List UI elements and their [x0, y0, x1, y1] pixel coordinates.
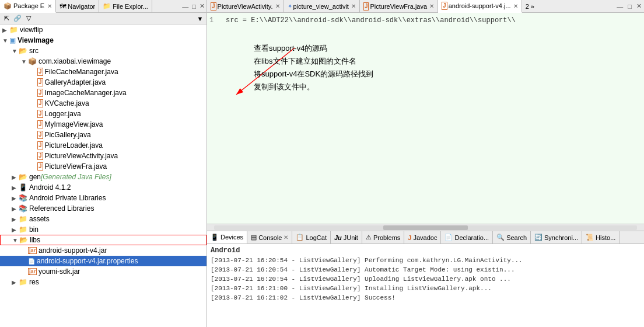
- list-item[interactable]: J PicGallery.java: [0, 130, 206, 140]
- libs-folder-item[interactable]: ▼ 📂 libs: [0, 235, 206, 245]
- view-menu-button[interactable]: ▽: [23, 14, 34, 23]
- java-file-icon: J: [211, 2, 216, 11]
- tab-package-explorer-label: Package E: [13, 2, 44, 9]
- tab-history[interactable]: 📜 Histo...: [582, 231, 620, 243]
- tab-devices[interactable]: 📱 Devices: [207, 231, 247, 244]
- list-item[interactable]: J MyImageView.java: [0, 119, 206, 130]
- list-item[interactable]: J PictureLoader.java: [0, 140, 206, 151]
- logcat-icon: 📋: [296, 234, 304, 241]
- editor-minimize-button[interactable]: —: [614, 0, 625, 12]
- tree-item-label: android-support-v4.jar.properties: [37, 257, 138, 265]
- tree-item-label: res: [29, 278, 39, 286]
- tab-search[interactable]: 🔍 Search: [493, 231, 531, 243]
- close-icon[interactable]: ✕: [513, 3, 518, 9]
- tab-overflow-label: 2 »: [526, 3, 534, 10]
- java-icon: J: [37, 89, 43, 97]
- editor-close-button[interactable]: ✕: [634, 0, 644, 12]
- annotation-line4: 复制到该文件中。: [254, 81, 373, 93]
- tab-history-label: Histo...: [596, 234, 615, 241]
- tab-navigator[interactable]: 🗺 Navigator: [56, 0, 99, 12]
- tab-synchronize[interactable]: 🔄 Synchroni...: [531, 231, 582, 243]
- bottom-tab-bar: 📱 Devices ▤ Console ✕ 📋 LogCat: [207, 231, 644, 244]
- tree-item-label: PictureViewActivity.java: [45, 152, 118, 160]
- list-item[interactable]: J PictureViewFra.java: [0, 161, 206, 172]
- tab-javadoc[interactable]: J Javadoc: [404, 231, 441, 243]
- tree-item-label: viewflip: [20, 26, 43, 34]
- list-item[interactable]: J ImageCacheManager.java: [0, 88, 206, 98]
- close-icon[interactable]: ✕: [284, 234, 288, 241]
- annotation-line1: 查看support-v4的源码: [254, 42, 373, 55]
- tab-logcat[interactable]: 📋 LogCat: [292, 231, 330, 243]
- tab-console-label: Console: [258, 234, 282, 241]
- list-item[interactable]: ▶ 📚 Android Private Libraries: [0, 193, 206, 203]
- editor-maximize-button[interactable]: □: [625, 0, 634, 12]
- log-line: [2013-07-21 16:21:00 - ListViewGallery] …: [211, 284, 640, 293]
- list-item[interactable]: ▼ 📂 src: [0, 46, 206, 56]
- java-file-icon: J: [442, 2, 447, 10]
- assets-icon: 📁: [19, 215, 27, 223]
- bin-icon: 📁: [19, 225, 27, 234]
- list-item[interactable]: jar android-support-v4.jar: [0, 245, 206, 256]
- list-item[interactable]: J FileCacheManager.java: [0, 67, 206, 77]
- expand-icon: ▼: [12, 48, 19, 54]
- java-file-icon: J: [363, 2, 369, 11]
- tab-declaration[interactable]: 📄 Declaratio...: [441, 231, 493, 243]
- collapse-all-button[interactable]: ⇱: [1, 14, 12, 23]
- tab-overflow[interactable]: 2 »: [522, 0, 538, 12]
- list-item[interactable]: ▶ 📱 Android 4.1.2: [0, 182, 206, 193]
- list-item[interactable]: ▼ ▣ ViewImage: [0, 35, 206, 46]
- tab-android-support-v4[interactable]: J android-support-v4.j... ✕: [438, 0, 522, 13]
- log-line: [2013-07-21 16:21:02 - ListViewGallery] …: [211, 293, 640, 302]
- list-item[interactable]: ▶ 📁 assets: [0, 214, 206, 224]
- close-icon[interactable]: ✕: [429, 3, 434, 9]
- list-item[interactable]: J Logger.java: [0, 109, 206, 119]
- package-explorer-icon: 📦: [4, 2, 12, 10]
- tab-junit[interactable]: Ju JUnit: [331, 231, 362, 243]
- close-icon[interactable]: ✕: [351, 3, 356, 9]
- list-item[interactable]: J PictureViewActivity.java: [0, 151, 206, 161]
- java-icon: J: [37, 162, 43, 171]
- tab-navigator-label: Navigator: [68, 3, 95, 10]
- tree-item-label: bin: [29, 225, 38, 234]
- tree-container: ▶ 📁 viewflip ▼ ▣ ViewImage ▼ 📂 src: [0, 25, 206, 327]
- list-item[interactable]: ▶ 📁 viewflip: [0, 25, 206, 35]
- tab-problems[interactable]: ⚠ Problems: [362, 231, 404, 243]
- tab-picture-view-activit[interactable]: ✦ picture_view_activit ✕: [284, 0, 360, 12]
- search-icon: 🔍: [496, 234, 505, 241]
- prop-icon: 📄: [28, 258, 35, 265]
- list-item[interactable]: J GalleryAdapter.java: [0, 77, 206, 88]
- expand-icon: ▶: [12, 216, 19, 222]
- tree-item-label: PictureViewFra.java: [45, 162, 107, 171]
- close-icon[interactable]: ✕: [275, 3, 280, 9]
- link-with-editor-button[interactable]: 🔗: [12, 14, 23, 23]
- code-editor[interactable]: 1 src = E:\\ADT22\\android-sdk\\android-…: [207, 13, 644, 224]
- tree-item-label: FileCacheManager.java: [45, 68, 118, 76]
- list-item[interactable]: ▶ 📚 Referenced Libraries: [0, 203, 206, 214]
- list-item[interactable]: J KVCache.java: [0, 98, 206, 109]
- hscroll-thumb[interactable]: [383, 225, 468, 230]
- java-icon: J: [37, 120, 43, 128]
- list-item[interactable]: ▼ 📦 com.xiaobai.viewimage: [0, 56, 206, 67]
- close-panel-button[interactable]: ✕: [198, 0, 206, 12]
- list-item[interactable]: ▶ 📂 gen [Generated Java Files]: [0, 172, 206, 182]
- tab-picture-view-fra[interactable]: J PictureViewFra.java ✕: [360, 0, 438, 12]
- panel-menu-button[interactable]: ▼: [195, 14, 205, 23]
- android-lib-icon: 📱: [19, 183, 27, 192]
- list-item[interactable]: ▶ 📁 res: [0, 277, 206, 287]
- maximize-button[interactable]: □: [190, 0, 198, 12]
- tree-item-label: src: [29, 47, 38, 55]
- tab-file-explorer[interactable]: 📁 File Explor...: [99, 0, 152, 12]
- android-private-icon: 📚: [19, 194, 27, 202]
- code-content: src = E:\\ADT22\\android-sdk\\android-sd…: [226, 15, 516, 26]
- minimize-button[interactable]: —: [180, 0, 190, 12]
- list-item[interactable]: ▶ 📁 bin: [0, 224, 206, 235]
- code-hscrollbar[interactable]: [207, 224, 644, 231]
- tab-console[interactable]: ▤ Console ✕: [247, 231, 292, 243]
- list-item[interactable]: 📄 android-support-v4.jar.properties: [0, 256, 206, 266]
- close-icon[interactable]: ✕: [47, 3, 52, 9]
- list-item[interactable]: jar youmi-sdk.jar: [0, 266, 206, 277]
- tab-package-explorer[interactable]: 📦 Package E ✕: [0, 0, 56, 13]
- expand-icon: ▼: [21, 58, 28, 65]
- java-icon: J: [37, 131, 43, 139]
- tab-picture-view-activity[interactable]: J PictureViewActivity. ✕: [207, 0, 284, 12]
